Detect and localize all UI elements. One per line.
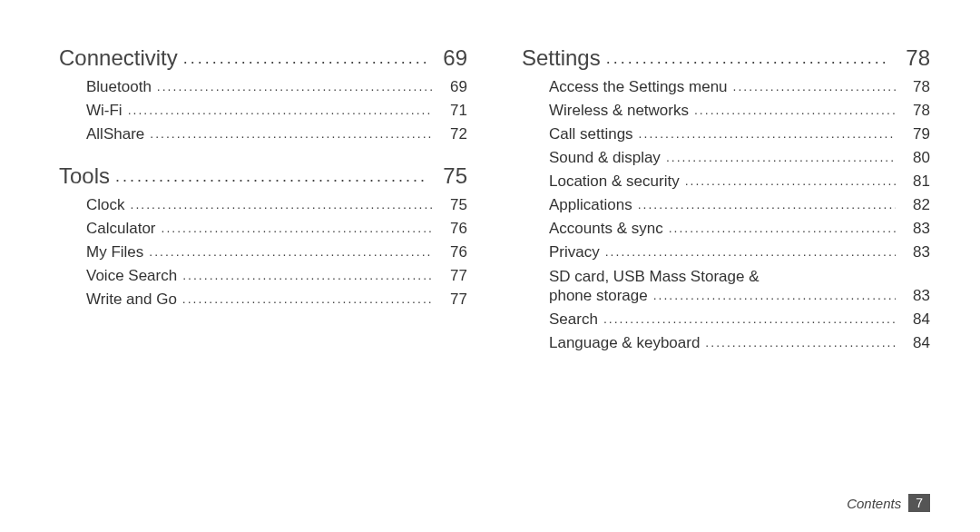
dot-leaders [147, 244, 433, 259]
toc-item: Access the Settings menu 78 [522, 78, 930, 96]
item-label: My Files [86, 243, 147, 261]
section-tools: Tools 75 [59, 163, 467, 189]
item-label: Bluetooth [86, 78, 155, 96]
dot-leaders [636, 197, 896, 212]
item-label: AllShare [86, 125, 148, 143]
footer-page-number: 7 [908, 494, 930, 512]
item-page: 72 [433, 125, 467, 143]
item-page: 80 [896, 149, 930, 167]
item-label: Call settings [549, 125, 637, 143]
dot-leaders [731, 79, 896, 94]
item-page: 69 [433, 78, 467, 96]
item-label: Privacy [549, 243, 603, 261]
toc-item-lead: SD card, USB Mass Storage & [522, 267, 930, 287]
item-label: Applications [549, 196, 636, 214]
item-page: 77 [433, 267, 467, 285]
item-label: Wi-Fi [86, 102, 126, 120]
toc-item: AllShare 72 [59, 125, 467, 143]
toc-item: Wi-Fi 71 [59, 102, 467, 120]
dot-leaders [683, 173, 896, 188]
section-page: 78 [888, 45, 930, 71]
item-page: 78 [896, 78, 930, 96]
dot-leaders [604, 49, 888, 68]
toc-item: Sound & display 80 [522, 149, 930, 167]
item-label: Sound & display [549, 149, 664, 167]
item-page: 76 [433, 220, 467, 238]
dot-leaders [667, 221, 896, 235]
item-page: 81 [896, 172, 930, 191]
item-page: 79 [896, 125, 930, 143]
item-page: 83 [896, 287, 930, 305]
toc-item: Accounts & sync 83 [522, 220, 930, 238]
dot-leaders [652, 288, 896, 302]
section-title: Settings [522, 45, 604, 71]
item-page: 76 [433, 243, 467, 261]
item-page: 83 [896, 243, 930, 261]
dot-leaders [637, 126, 896, 141]
dot-leaders [703, 335, 896, 350]
item-page: 82 [896, 196, 930, 214]
item-page: 83 [896, 220, 930, 238]
item-page: 84 [896, 334, 930, 352]
toc-item: Location & security 81 [522, 172, 930, 191]
toc-item: Write and Go 77 [59, 291, 467, 309]
item-page: 77 [433, 291, 467, 309]
item-label: Write and Go [86, 291, 181, 309]
item-page: 84 [896, 310, 930, 329]
dot-leaders [181, 291, 433, 306]
page-footer: Contents 7 [847, 494, 930, 512]
footer-label: Contents [847, 496, 901, 511]
toc-item: Privacy 83 [522, 243, 930, 261]
toc-item: phone storage 83 [522, 287, 930, 305]
section-title: Connectivity [59, 45, 181, 71]
item-label: Access the Settings menu [549, 78, 731, 96]
dot-leaders [181, 268, 433, 282]
toc-item: Applications 82 [522, 196, 930, 214]
section-page: 69 [426, 45, 467, 71]
toc-item: Language & keyboard 84 [522, 334, 930, 352]
columns: Connectivity 69 Bluetooth 69 Wi-Fi 71 Al… [59, 45, 930, 505]
toc-item: Clock 75 [59, 196, 467, 214]
toc-item: My Files 76 [59, 243, 467, 261]
item-label: Voice Search [86, 267, 181, 285]
dot-leaders [692, 103, 896, 117]
item-label: Location & security [549, 172, 683, 191]
section-title: Tools [59, 163, 113, 189]
dot-leaders [160, 221, 433, 235]
dot-leaders [113, 167, 426, 186]
toc-item: Search 84 [522, 310, 930, 329]
section-connectivity: Connectivity 69 [59, 45, 467, 71]
section-page: 75 [426, 163, 467, 189]
dot-leaders [603, 244, 896, 259]
item-page: 78 [896, 102, 930, 120]
section-settings: Settings 78 [522, 45, 930, 71]
dot-leaders [155, 79, 433, 94]
toc-item: Calculator 76 [59, 220, 467, 238]
toc-item: Voice Search 77 [59, 267, 467, 285]
item-label: Clock [86, 196, 129, 214]
item-label: Accounts & sync [549, 220, 667, 238]
toc-item: Call settings 79 [522, 125, 930, 143]
item-label: Calculator [86, 220, 160, 238]
dot-leaders [126, 103, 433, 117]
item-label: phone storage [549, 287, 652, 305]
item-page: 71 [433, 102, 467, 120]
dot-leaders [181, 49, 426, 68]
right-column: Settings 78 Access the Settings menu 78 … [522, 45, 930, 505]
dot-leaders [129, 197, 433, 212]
item-page: 75 [433, 196, 467, 214]
item-label: Wireless & networks [549, 102, 692, 120]
toc-item: Wireless & networks 78 [522, 102, 930, 120]
dot-leaders [148, 126, 433, 141]
dot-leaders [664, 150, 896, 164]
item-label: Search [549, 310, 602, 329]
left-column: Connectivity 69 Bluetooth 69 Wi-Fi 71 Al… [59, 45, 467, 505]
toc-item: Bluetooth 69 [59, 78, 467, 96]
contents-page: Connectivity 69 Bluetooth 69 Wi-Fi 71 Al… [0, 0, 980, 532]
item-label: Language & keyboard [549, 334, 703, 352]
dot-leaders [602, 311, 896, 326]
